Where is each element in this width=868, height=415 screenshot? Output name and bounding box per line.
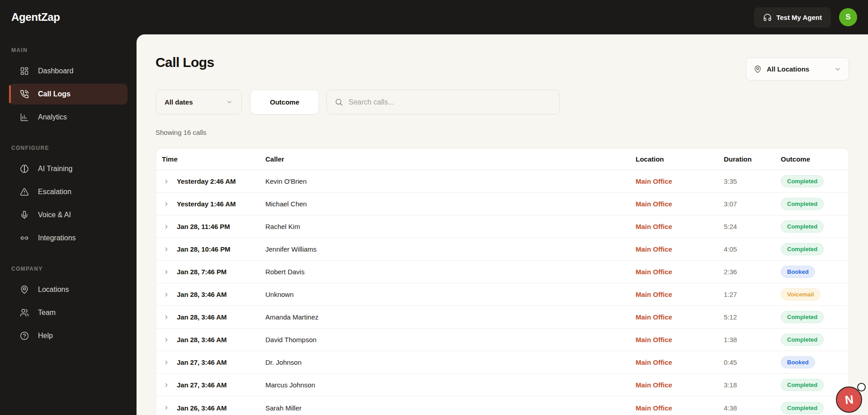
location-link[interactable]: Main Office bbox=[636, 404, 724, 412]
filters-row: All dates Outcome bbox=[156, 90, 849, 114]
caller-name: Marcus Johnson bbox=[265, 381, 636, 389]
help-icon bbox=[20, 331, 29, 340]
location-link[interactable]: Main Office bbox=[636, 223, 724, 230]
expand-row-button[interactable] bbox=[156, 201, 177, 207]
call-duration: 1:38 bbox=[724, 336, 781, 343]
call-time: Jan 28, 3:46 AM bbox=[177, 336, 265, 343]
sidebar-item-help[interactable]: Help bbox=[9, 325, 127, 346]
table-row[interactable]: Jan 27, 3:46 AMMarcus JohnsonMain Office… bbox=[156, 374, 849, 396]
expand-row-button[interactable] bbox=[156, 405, 177, 411]
caller-name: Kevin O'Brien bbox=[265, 177, 636, 185]
notification-widget[interactable]: N bbox=[836, 386, 862, 413]
expand-row-button[interactable] bbox=[156, 246, 177, 253]
sidebar-item-integrations[interactable]: Integrations bbox=[9, 228, 127, 248]
location-link[interactable]: Main Office bbox=[636, 291, 724, 298]
table-row[interactable]: Jan 28, 11:46 PMRachel KimMain Office5:2… bbox=[156, 215, 849, 238]
expand-row-button[interactable] bbox=[156, 337, 177, 343]
column-header-outcome: Outcome bbox=[781, 155, 849, 163]
expand-row-button[interactable] bbox=[156, 178, 177, 185]
outcome-badge: Completed bbox=[781, 243, 824, 255]
table-row[interactable]: Jan 28, 7:46 PMRobert DavisMain Office2:… bbox=[156, 261, 849, 283]
location-link[interactable]: Main Office bbox=[636, 200, 724, 208]
location-link[interactable]: Main Office bbox=[636, 245, 724, 253]
location-link[interactable]: Main Office bbox=[636, 313, 724, 321]
table-row[interactable]: Jan 28, 3:46 AMAmanda MartinezMain Offic… bbox=[156, 306, 849, 329]
location-link[interactable]: Main Office bbox=[636, 358, 724, 366]
expand-row-button[interactable] bbox=[156, 291, 177, 298]
table-row[interactable]: Yesterday 1:46 AMMichael ChenMain Office… bbox=[156, 193, 849, 215]
outcome-cell: Voicemail bbox=[781, 288, 849, 301]
widget-status-dot bbox=[857, 383, 866, 391]
date-filter-dropdown[interactable]: All dates bbox=[156, 90, 242, 114]
outcome-badge: Completed bbox=[781, 220, 824, 233]
search-calls-field[interactable] bbox=[326, 90, 560, 114]
call-duration: 1:27 bbox=[724, 291, 781, 298]
link-icon bbox=[20, 234, 29, 243]
location-link[interactable]: Main Office bbox=[636, 336, 724, 343]
expand-row-button[interactable] bbox=[156, 314, 177, 320]
expand-row-button[interactable] bbox=[156, 382, 177, 388]
sidebar-item-label: Analytics bbox=[38, 113, 67, 121]
sidebar-item-escalation[interactable]: Escalation bbox=[9, 181, 127, 202]
sidebar-item-locations[interactable]: Locations bbox=[9, 279, 127, 300]
call-time: Jan 28, 7:46 PM bbox=[177, 268, 265, 276]
table-row[interactable]: Jan 27, 3:46 AMDr. JohnsonMain Office0:4… bbox=[156, 351, 849, 374]
app-logo: AgentZap bbox=[11, 11, 60, 24]
table-row[interactable]: Jan 28, 10:46 PMJennifer WilliamsMain Of… bbox=[156, 238, 849, 261]
chevron-right-icon bbox=[163, 359, 170, 366]
sidebar-item-call-logs[interactable]: Call Logs bbox=[9, 84, 127, 105]
chevron-right-icon bbox=[163, 382, 170, 388]
expand-row-button[interactable] bbox=[156, 359, 177, 366]
sidebar-item-label: Locations bbox=[38, 286, 69, 294]
call-time: Jan 27, 3:46 AM bbox=[177, 381, 265, 389]
test-my-agent-button[interactable]: Test My Agent bbox=[754, 7, 831, 28]
sidebar-item-team[interactable]: Team bbox=[9, 302, 127, 323]
outcome-cell: Completed bbox=[781, 243, 849, 255]
topbar-right: Test My Agent S bbox=[754, 7, 857, 28]
table-row[interactable]: Jan 28, 3:46 AMUnknownMain Office1:27Voi… bbox=[156, 283, 849, 306]
table-row[interactable]: Yesterday 2:46 AMKevin O'BrienMain Offic… bbox=[156, 170, 849, 193]
user-avatar[interactable]: S bbox=[839, 8, 857, 26]
location-link[interactable]: Main Office bbox=[636, 381, 724, 389]
sidebar-item-label: Escalation bbox=[38, 188, 71, 196]
sidebar-item-voice-ai[interactable]: Voice & AI bbox=[9, 205, 127, 225]
caller-name: David Thompson bbox=[265, 336, 636, 343]
outcome-badge: Completed bbox=[781, 379, 824, 391]
call-duration: 2:36 bbox=[724, 268, 781, 276]
outcome-badge: Completed bbox=[781, 402, 824, 414]
sidebar: MAINDashboardCall LogsAnalyticsCONFIGURE… bbox=[0, 34, 137, 415]
sidebar-item-dashboard[interactable]: Dashboard bbox=[9, 61, 127, 81]
call-duration: 4:05 bbox=[724, 245, 781, 253]
analytics-icon bbox=[20, 113, 29, 122]
call-duration: 0:45 bbox=[724, 358, 781, 366]
expand-row-button[interactable] bbox=[156, 224, 177, 230]
page-title: Call Logs bbox=[156, 54, 849, 71]
chevron-right-icon bbox=[163, 405, 170, 411]
outcome-filter-button[interactable]: Outcome bbox=[250, 90, 319, 114]
call-duration: 5:24 bbox=[724, 223, 781, 230]
table-row[interactable]: Jan 26, 3:46 AMSarah MillerMain Office4:… bbox=[156, 396, 849, 415]
expand-row-button[interactable] bbox=[156, 269, 177, 275]
chevron-right-icon bbox=[163, 246, 170, 253]
table-body: Yesterday 2:46 AMKevin O'BrienMain Offic… bbox=[156, 170, 849, 415]
outcome-cell: Completed bbox=[781, 379, 849, 391]
call-logs-table: Time Caller Location Duration Outcome Ye… bbox=[156, 148, 849, 415]
chevron-down-icon bbox=[226, 99, 233, 105]
location-filter-dropdown[interactable]: All Locations bbox=[746, 57, 849, 81]
sidebar-item-analytics[interactable]: Analytics bbox=[9, 107, 127, 128]
location-link[interactable]: Main Office bbox=[636, 177, 724, 185]
outcome-badge: Booked bbox=[781, 266, 815, 278]
outcome-badge: Completed bbox=[781, 311, 824, 323]
table-row[interactable]: Jan 28, 3:46 AMDavid ThompsonMain Office… bbox=[156, 329, 849, 351]
sidebar-item-label: Integrations bbox=[38, 234, 76, 242]
widget-initial: N bbox=[844, 392, 854, 407]
location-link[interactable]: Main Office bbox=[636, 268, 724, 276]
search-calls-input[interactable] bbox=[349, 98, 552, 106]
call-time: Jan 28, 3:46 AM bbox=[177, 291, 265, 298]
alert-triangle-icon bbox=[20, 187, 29, 196]
outcome-cell: Completed bbox=[781, 220, 849, 233]
outcome-badge: Voicemail bbox=[781, 288, 821, 301]
call-time: Yesterday 2:46 AM bbox=[177, 177, 265, 185]
call-duration: 3:07 bbox=[724, 200, 781, 208]
sidebar-item-ai-training[interactable]: AI Training bbox=[9, 158, 127, 179]
